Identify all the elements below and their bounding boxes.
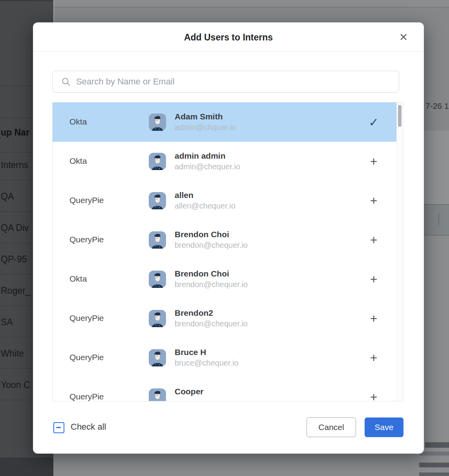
search-icon	[61, 77, 71, 86]
background-skeleton-bar	[419, 452, 449, 456]
close-icon[interactable]: ✕	[397, 31, 410, 44]
user-list: Okta Adam Smith admin@chquer.io ✓ Okta	[52, 102, 403, 401]
dialog-title: Add Users to Interns	[33, 22, 424, 52]
user-search-box[interactable]	[52, 71, 399, 93]
add-user-icon[interactable]: +	[363, 377, 385, 401]
background-table-header-edge	[0, 0, 53, 1]
background-column-divider	[438, 213, 439, 225]
user-email: admin@chequer.io	[175, 162, 240, 171]
user-avatar	[149, 231, 166, 249]
user-name: Brendon2	[175, 308, 213, 318]
user-row[interactable]: Okta Adam Smith admin@chquer.io ✓	[53, 103, 396, 142]
check-all-checkbox[interactable]	[53, 422, 64, 433]
user-name: Brendon Choi	[175, 269, 229, 278]
add-user-icon[interactable]: +	[363, 181, 385, 220]
user-name: admin admin	[175, 151, 226, 161]
add-user-icon[interactable]: +	[363, 142, 385, 181]
identity-provider-label: QueryPie	[69, 313, 104, 323]
user-email: brendon@chequer.io	[175, 280, 248, 289]
identity-provider-label: Okta	[69, 274, 87, 284]
user-email: brendon@chequer.io	[175, 319, 248, 328]
user-avatar	[149, 310, 166, 327]
check-all-label: Check all	[71, 422, 106, 432]
identity-provider-label: Okta	[69, 117, 87, 126]
background-skeleton-bar	[419, 463, 449, 467]
user-avatar	[149, 153, 166, 170]
background-top-strip	[53, 0, 449, 7]
add-user-icon[interactable]: +	[363, 299, 385, 338]
user-row[interactable]: QueryPie Brendon2 brendon@chequer.io +	[53, 299, 396, 339]
user-row[interactable]: QueryPie Bruce H bruce@chequer.io +	[53, 338, 396, 378]
dialog-header: Add Users to Interns ✕	[33, 22, 424, 52]
scrollbar-thumb[interactable]	[398, 105, 402, 127]
user-avatar	[149, 114, 166, 131]
identity-provider-label: Okta	[69, 156, 87, 166]
user-avatar	[149, 192, 166, 209]
background-date-text: 7-26 1	[425, 101, 449, 111]
background-table-footer	[0, 458, 53, 476]
background-column-edge	[53, 0, 54, 22]
user-row[interactable]: QueryPie Cooper +	[53, 377, 396, 401]
add-user-icon[interactable]: +	[363, 220, 385, 260]
identity-provider-label: QueryPie	[69, 196, 104, 205]
background-skeleton-bar	[425, 442, 449, 448]
identity-provider-label: QueryPie	[69, 353, 104, 362]
user-row[interactable]: Okta Brendon Choi brendon@chequer.io +	[53, 260, 396, 299]
background-skeleton-bar	[419, 472, 449, 476]
user-email: brendon@chequer.io	[175, 241, 248, 250]
add-users-dialog: Add Users to Interns ✕ Okta Adam	[33, 22, 424, 454]
user-avatar	[149, 388, 166, 401]
user-row[interactable]: QueryPie allen allen@chequer.io +	[53, 181, 396, 221]
identity-provider-label: QueryPie	[69, 392, 104, 401]
user-name: Brendon Choi	[175, 230, 229, 239]
user-avatar	[149, 349, 166, 366]
user-email: allen@chequer.io	[175, 201, 235, 211]
save-button[interactable]: Save	[365, 417, 403, 437]
user-row[interactable]: Okta admin admin admin@chequer.io +	[53, 142, 396, 181]
user-name: Cooper	[175, 387, 204, 396]
cancel-button[interactable]: Cancel	[307, 417, 356, 437]
check-icon[interactable]: ✓	[363, 103, 385, 142]
add-user-icon[interactable]: +	[363, 260, 385, 299]
user-name: Adam Smith	[175, 112, 223, 121]
scrollbar-track[interactable]	[396, 103, 403, 401]
user-name: allen	[175, 190, 193, 200]
search-input[interactable]	[75, 76, 395, 87]
identity-provider-label: QueryPie	[69, 235, 104, 244]
user-row[interactable]: QueryPie Brendon Choi brendon@chequer.io…	[53, 220, 396, 260]
user-email: admin@chquer.io	[175, 123, 236, 132]
user-avatar	[149, 271, 166, 288]
add-user-icon[interactable]: +	[363, 338, 385, 377]
indeterminate-minus-icon	[56, 427, 61, 428]
user-email: bruce@chequer.io	[175, 359, 239, 368]
user-name: Bruce H	[175, 348, 206, 357]
